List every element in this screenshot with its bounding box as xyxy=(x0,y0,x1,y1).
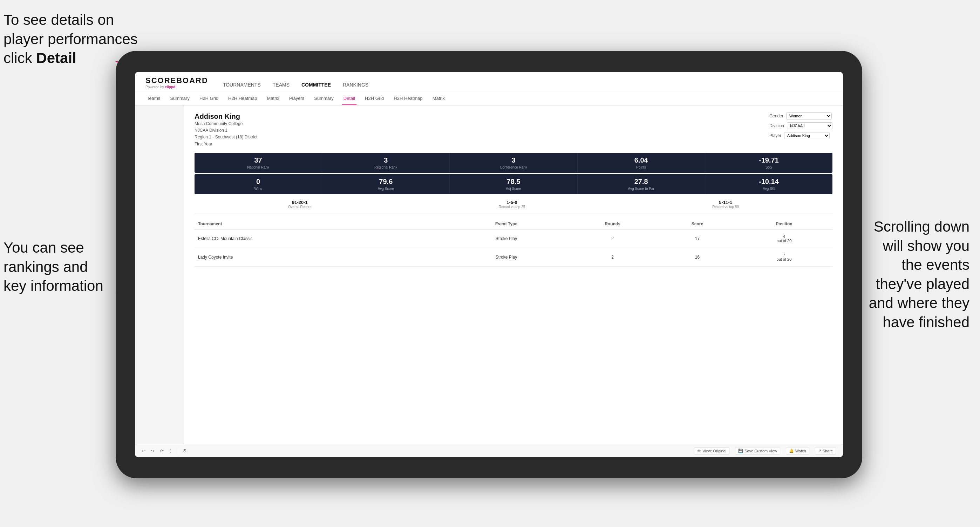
event-type-2: Stroke Play xyxy=(447,248,566,266)
main-nav: TOURNAMENTS TEAMS COMMITTEE RANKINGS xyxy=(222,81,369,92)
logo-area: SCOREBOARD Powered by clippd xyxy=(145,76,208,92)
share-button[interactable]: ↗ Share xyxy=(815,447,836,454)
rounds-1: 2 xyxy=(566,229,659,248)
player-select[interactable]: Addison King xyxy=(784,132,830,139)
subnav-h2h-grid[interactable]: H2H Grid xyxy=(198,92,220,105)
gender-label: Gender xyxy=(769,114,783,118)
subnav-matrix2[interactable]: Matrix xyxy=(431,92,446,105)
records-row: 91-20-1 Overall Record 1-5-0 Record vs t… xyxy=(194,195,832,213)
annotation-top-left: To see details on player performances cl… xyxy=(3,11,138,68)
back-icon[interactable]: ⟨ xyxy=(169,449,171,453)
tournament-name-1: Estella CC- Mountain Classic xyxy=(194,229,447,248)
separator1 xyxy=(177,448,177,454)
redo-icon[interactable]: ↪ xyxy=(151,449,154,453)
table-row: Lady Coyote Invite Stroke Play 2 16 7 ou… xyxy=(194,248,832,266)
stat-regional-rank: 3 Regional Rank xyxy=(322,153,450,173)
col-event-type: Event Type xyxy=(447,219,566,230)
player-controls: Gender Women Division NJCAA I xyxy=(769,113,832,148)
save-custom-view-button[interactable]: 💾 Save Custom View xyxy=(735,447,780,454)
position-1: 4 out of 20 xyxy=(736,229,832,248)
player-name: Addison King xyxy=(194,113,257,121)
gender-control: Gender Women xyxy=(769,113,832,119)
position-2: 7 out of 20 xyxy=(736,248,832,266)
bell-icon: 🔔 xyxy=(789,449,794,453)
player-info: Addison King Mesa Community College NJCA… xyxy=(194,113,257,148)
nav-teams[interactable]: TEAMS xyxy=(272,81,290,89)
main-content: Addison King Mesa Community College NJCA… xyxy=(184,105,843,444)
top-nav: SCOREBOARD Powered by clippd TOURNAMENTS… xyxy=(135,72,843,92)
division-select[interactable]: NJCAA I xyxy=(787,122,832,129)
score-1: 17 xyxy=(659,229,736,248)
eye-icon: 👁 xyxy=(697,449,701,453)
record-top50: 5-11-1 Record vs top 50 xyxy=(712,200,739,209)
undo-icon[interactable]: ↩ xyxy=(142,449,145,453)
subnav-players[interactable]: Players xyxy=(288,92,305,105)
stats-row-1: 37 National Rank 3 Regional Rank 3 Confe… xyxy=(194,153,832,173)
col-tournament: Tournament xyxy=(194,219,447,230)
rounds-2: 2 xyxy=(566,248,659,266)
tablet-frame: SCOREBOARD Powered by clippd TOURNAMENTS… xyxy=(116,51,862,478)
record-top25: 1-5-0 Record vs top 25 xyxy=(499,200,525,209)
subnav-h2h-heatmap2[interactable]: H2H Heatmap xyxy=(392,92,424,105)
stat-wins: 0 Wins xyxy=(194,174,322,194)
nav-tournaments[interactable]: TOURNAMENTS xyxy=(222,81,261,89)
tournament-table: Tournament Event Type Rounds Score Posit… xyxy=(194,219,832,267)
annotation-bottom-left: You can see rankings and key information xyxy=(3,238,103,296)
division-control: Division NJCAA I xyxy=(769,122,832,129)
tablet-screen: SCOREBOARD Powered by clippd TOURNAMENTS… xyxy=(135,72,843,457)
player-division: NJCAA Division 1 xyxy=(194,127,257,134)
player-college: Mesa Community College xyxy=(194,121,257,127)
player-label: Player xyxy=(769,133,781,138)
nav-committee[interactable]: COMMITTEE xyxy=(301,81,332,89)
sub-nav: Teams Summary H2H Grid H2H Heatmap Matri… xyxy=(135,92,843,105)
col-score: Score xyxy=(659,219,736,230)
table-row: Estella CC- Mountain Classic Stroke Play… xyxy=(194,229,832,248)
view-original-button[interactable]: 👁 View: Original xyxy=(694,448,729,454)
logo-powered: Powered by clippd xyxy=(145,85,208,89)
timer-icon: ⏱ xyxy=(183,449,187,453)
refresh-icon[interactable]: ⟳ xyxy=(160,449,164,453)
player-region: Region 1 - Southwest (18) District xyxy=(194,134,257,141)
stat-sos: -19.71 SoS xyxy=(705,153,832,173)
bottom-toolbar: ↩ ↪ ⟳ ⟨ ⏱ 👁 View: Original 💾 Save Custom… xyxy=(135,444,843,457)
record-overall: 91-20-1 Overall Record xyxy=(288,200,312,209)
stat-points: 6.04 Points xyxy=(578,153,705,173)
subnav-h2h-heatmap[interactable]: H2H Heatmap xyxy=(227,92,258,105)
annotation-bottom-right: Scrolling down will show you the events … xyxy=(869,217,969,332)
subnav-h2h-grid2[interactable]: H2H Grid xyxy=(363,92,385,105)
save-icon: 💾 xyxy=(738,449,743,453)
content-area: Addison King Mesa Community College NJCA… xyxy=(135,105,843,444)
nav-rankings[interactable]: RANKINGS xyxy=(342,81,369,89)
col-rounds: Rounds xyxy=(566,219,659,230)
subnav-detail[interactable]: Detail xyxy=(342,92,356,105)
logo-scoreboard: SCOREBOARD xyxy=(145,76,208,85)
player-header: Addison King Mesa Community College NJCA… xyxy=(194,113,832,148)
player-control: Player Addison King xyxy=(769,132,832,139)
subnav-summary[interactable]: Summary xyxy=(169,92,191,105)
stats-row-2: 0 Wins 79.6 Avg Score 78.5 Adj Score 27.… xyxy=(194,174,832,194)
stat-national-rank: 37 National Rank xyxy=(194,153,322,173)
subnav-matrix[interactable]: Matrix xyxy=(265,92,280,105)
stat-avg-score: 79.6 Avg Score xyxy=(322,174,450,194)
watch-button[interactable]: 🔔 Watch xyxy=(786,447,809,454)
subnav-teams[interactable]: Teams xyxy=(145,92,162,105)
stat-adj-score: 78.5 Adj Score xyxy=(450,174,577,194)
stat-avg-score-par: 27.8 Avg Score to Par xyxy=(578,174,705,194)
stat-conference-rank: 3 Conference Rank xyxy=(450,153,577,173)
sidebar xyxy=(135,105,184,444)
share-icon: ↗ xyxy=(818,449,821,453)
gender-select[interactable]: Women xyxy=(786,113,832,119)
col-position: Position xyxy=(736,219,832,230)
division-label: Division xyxy=(769,123,784,128)
event-type-1: Stroke Play xyxy=(447,229,566,248)
subnav-summary2[interactable]: Summary xyxy=(313,92,335,105)
player-year: First Year xyxy=(194,141,257,148)
stat-avg-sg: -10.14 Avg SG xyxy=(705,174,832,194)
score-2: 16 xyxy=(659,248,736,266)
tournament-name-2: Lady Coyote Invite xyxy=(194,248,447,266)
